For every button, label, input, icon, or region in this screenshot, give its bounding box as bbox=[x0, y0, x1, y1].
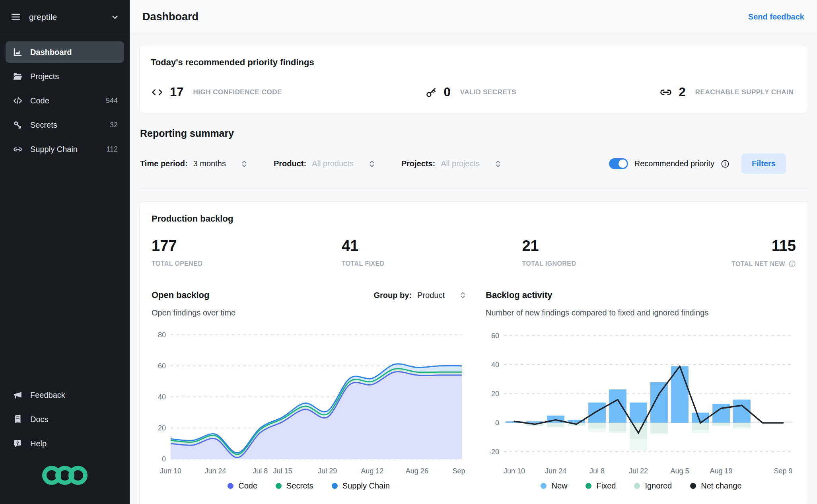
new-legend-dot bbox=[541, 483, 547, 489]
code-icon bbox=[12, 95, 23, 106]
greptile-logo bbox=[0, 457, 130, 504]
sidebar-item-docs[interactable]: Docs bbox=[6, 409, 124, 430]
sidebar-footer: Feedback Docs ? Help bbox=[0, 384, 130, 457]
production-backlog-card: Production backlog 177 TOTAL OPENED 41 T… bbox=[139, 201, 808, 504]
projects-select[interactable]: Projects: All projects bbox=[401, 159, 501, 168]
sidebar-nav: Dashboard Projects Code 544 Secrets bbox=[0, 34, 130, 163]
svg-text:Aug 19: Aug 19 bbox=[710, 467, 732, 475]
sidebar-item-projects[interactable]: Projects bbox=[6, 66, 124, 87]
backlog-activity-section: Backlog activity Number of new findings … bbox=[486, 290, 797, 490]
backlog-activity-title: Backlog activity bbox=[486, 290, 552, 300]
backlog-card-title: Production backlog bbox=[152, 214, 796, 224]
help-bubble-icon: ? bbox=[12, 438, 23, 449]
secrets-legend-dot bbox=[276, 483, 282, 489]
sidebar-item-code[interactable]: Code 544 bbox=[6, 90, 124, 111]
open-backlog-title: Open backlog bbox=[152, 290, 209, 300]
megaphone-icon bbox=[12, 389, 23, 401]
svg-text:-20: -20 bbox=[489, 448, 499, 456]
priority-card-title: Today's recommended priority findings bbox=[151, 57, 797, 68]
select-updown-icon bbox=[241, 160, 247, 168]
folder-icon bbox=[12, 71, 23, 82]
key-icon bbox=[12, 119, 23, 130]
stat-total-opened: 177 TOTAL OPENED bbox=[152, 237, 342, 268]
svg-text:Sep 9: Sep 9 bbox=[774, 467, 792, 475]
secrets-count-badge: 32 bbox=[110, 121, 118, 129]
svg-text:20: 20 bbox=[491, 390, 499, 398]
stat-total-net-new: 115 TOTAL NET NEW bbox=[699, 237, 796, 268]
stat-total-fixed: 41 TOTAL FIXED bbox=[342, 237, 522, 268]
book-icon bbox=[12, 414, 23, 425]
svg-text:Jul 15: Jul 15 bbox=[273, 467, 292, 475]
sidebar-item-supply-chain[interactable]: Supply Chain 112 bbox=[6, 138, 124, 160]
link-icon bbox=[12, 144, 23, 155]
key-icon bbox=[425, 86, 438, 99]
svg-text:Jun 10: Jun 10 bbox=[504, 467, 525, 475]
backlog-activity-legend: New Fixed Ignored Net change bbox=[486, 481, 797, 490]
main-area: Dashboard Send feedback Today's recommen… bbox=[130, 0, 817, 504]
filters-row: Time period: 3 months Product: All produ… bbox=[139, 154, 808, 189]
sidebar-item-help[interactable]: ? Help bbox=[6, 433, 124, 454]
sidebar-item-secrets[interactable]: Secrets 32 bbox=[6, 114, 124, 136]
info-icon[interactable] bbox=[788, 260, 796, 268]
sidebar-item-dashboard[interactable]: Dashboard bbox=[6, 41, 124, 63]
svg-text:0: 0 bbox=[162, 455, 166, 463]
info-icon[interactable] bbox=[721, 160, 729, 168]
product-select[interactable]: Product: All products bbox=[274, 159, 375, 168]
supply-chain-legend-dot bbox=[332, 483, 338, 489]
select-updown-icon bbox=[495, 160, 501, 168]
net-change-legend-dot bbox=[690, 483, 696, 489]
time-period-select[interactable]: Time period: 3 months bbox=[140, 159, 247, 168]
org-name[interactable]: greptile bbox=[29, 12, 57, 22]
svg-text:40: 40 bbox=[491, 361, 499, 369]
backlog-activity-subtitle: Number of new findings compared to fixed… bbox=[486, 308, 797, 317]
page-title: Dashboard bbox=[142, 11, 748, 23]
sidebar-item-feedback[interactable]: Feedback bbox=[6, 384, 124, 406]
svg-text:Aug 12: Aug 12 bbox=[361, 467, 383, 475]
select-updown-icon bbox=[460, 291, 466, 300]
recommended-priority-toggle[interactable] bbox=[609, 158, 628, 169]
reporting-summary-title: Reporting summary bbox=[140, 128, 808, 139]
send-feedback-link[interactable]: Send feedback bbox=[748, 12, 804, 21]
select-updown-icon bbox=[369, 160, 375, 168]
svg-text:Jul 8: Jul 8 bbox=[589, 467, 605, 475]
svg-text:20: 20 bbox=[158, 424, 166, 432]
filters-button[interactable]: Filters bbox=[741, 154, 786, 174]
code-legend-dot bbox=[228, 483, 233, 489]
sidebar-header: greptile bbox=[0, 0, 130, 34]
top-bar: Dashboard Send feedback bbox=[130, 0, 817, 34]
area-chart-icon bbox=[12, 47, 23, 58]
svg-text:Jun 24: Jun 24 bbox=[545, 467, 566, 475]
hamburger-menu-icon[interactable] bbox=[10, 12, 21, 22]
backlog-activity-chart: -200204060Jun 10Jun 24Jul 8Jul 22Aug 5Au… bbox=[486, 323, 797, 479]
svg-text:60: 60 bbox=[158, 362, 166, 370]
open-backlog-subtitle: Open findings over time bbox=[152, 308, 466, 317]
svg-text:Jun 24: Jun 24 bbox=[205, 467, 226, 475]
group-by-select[interactable]: Group by: Product bbox=[374, 291, 466, 300]
svg-text:?: ? bbox=[16, 441, 19, 446]
stat-valid-secrets[interactable]: 0 VALID SECRETS bbox=[425, 85, 517, 99]
open-backlog-legend: Code Secrets Supply Chain bbox=[152, 481, 466, 490]
recommended-priority-group: Recommended priority bbox=[609, 158, 729, 169]
svg-text:Jul 22: Jul 22 bbox=[629, 467, 648, 475]
content: Today's recommended priority findings 17… bbox=[130, 34, 817, 504]
svg-text:40: 40 bbox=[158, 393, 166, 401]
chevron-down-icon[interactable] bbox=[111, 13, 119, 21]
sidebar-spacer bbox=[0, 163, 130, 384]
svg-text:80: 80 bbox=[158, 331, 166, 339]
svg-text:Aug 5: Aug 5 bbox=[670, 467, 689, 475]
priority-stats-row: 17 HIGH CONFIDENCE CODE 0 VALID SECRETS bbox=[151, 85, 797, 99]
svg-text:0: 0 bbox=[495, 419, 499, 427]
svg-text:60: 60 bbox=[491, 332, 499, 340]
stat-high-confidence-code[interactable]: 17 HIGH CONFIDENCE CODE bbox=[151, 85, 282, 99]
svg-text:Jul 29: Jul 29 bbox=[318, 467, 337, 475]
priority-findings-card: Today's recommended priority findings 17… bbox=[139, 45, 808, 113]
code-count-badge: 544 bbox=[106, 97, 118, 105]
sidebar: greptile Dashboard Projects bbox=[0, 0, 130, 504]
open-backlog-chart: 020406080Jun 10Jun 24Jul 8Jul 15Jul 29Au… bbox=[152, 323, 466, 479]
svg-text:Aug 26: Aug 26 bbox=[406, 467, 428, 475]
stat-reachable-supply-chain[interactable]: 2 REACHABLE SUPPLY CHAIN bbox=[659, 85, 794, 99]
app-root: greptile Dashboard Projects bbox=[0, 0, 817, 504]
charts-row: Open backlog Group by: Product Open find… bbox=[152, 290, 796, 490]
link-icon bbox=[659, 86, 673, 99]
svg-text:Jun 10: Jun 10 bbox=[160, 467, 181, 475]
